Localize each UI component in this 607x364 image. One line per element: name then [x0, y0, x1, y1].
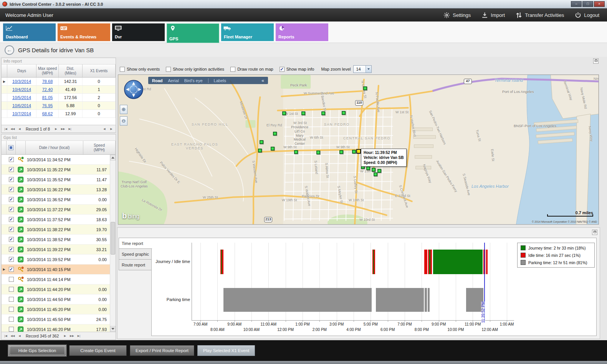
- gps-row-checkbox[interactable]: ✓: [9, 157, 14, 162]
- gps-marker[interactable]: [321, 111, 325, 115]
- selected-gps-marker[interactable]: [356, 149, 361, 154]
- max-speed-link[interactable]: 76.95: [36, 102, 59, 109]
- pager-prev-button[interactable]: ◀: [17, 334, 22, 338]
- info-report-row[interactable]: 10/7/201468.6212.990: [2, 110, 116, 118]
- checkbox[interactable]: [120, 67, 125, 72]
- gps-marker[interactable]: [366, 166, 370, 170]
- gps-marker[interactable]: [260, 140, 263, 144]
- topbar-action-transfer-activities[interactable]: Transfer Activities: [516, 12, 564, 18]
- gps-marker[interactable]: [273, 132, 277, 136]
- gps-row-checkbox[interactable]: ✓: [9, 247, 14, 252]
- pager-next-button[interactable]: ▶: [53, 127, 59, 131]
- create-gps-event-button[interactable]: Create Gps Event: [69, 345, 127, 356]
- gps-row-checkbox[interactable]: ✓: [9, 257, 14, 262]
- max-speed-link[interactable]: 68.62: [36, 110, 59, 117]
- map-panel-maximize-button[interactable]: [593, 58, 599, 64]
- tile-gps[interactable]: GPS: [167, 23, 219, 43]
- gps-row-checkbox[interactable]: ✓: [9, 237, 14, 242]
- gps-marker[interactable]: [352, 150, 356, 154]
- hscroll-left-icon[interactable]: ◀: [102, 127, 107, 131]
- gps-row-checkbox[interactable]: [9, 277, 14, 282]
- chart-panel-maximize-button[interactable]: [592, 230, 597, 235]
- pager-prev-page-button[interactable]: ◀◀: [10, 334, 15, 338]
- gps-row-checkbox[interactable]: ✓: [9, 167, 14, 172]
- info-col-header-1[interactable]: Days: [7, 65, 36, 77]
- hide-gps-selection-button[interactable]: Hide Gps Selection: [8, 345, 66, 356]
- pager-prev-page-button[interactable]: ◀◀: [10, 127, 15, 131]
- gps-marker[interactable]: [372, 168, 375, 172]
- tile-events-reviews[interactable]: Events & Reviews: [58, 23, 110, 41]
- max-speed-link[interactable]: 72.40: [36, 86, 59, 93]
- gps-marker[interactable]: [363, 86, 367, 90]
- day-link[interactable]: 10/4/2014: [7, 86, 36, 93]
- window-maximize-button[interactable]: □: [582, 1, 593, 7]
- info-report-row[interactable]: 10/6/201476.955.880: [2, 102, 116, 110]
- gps-col-date-header[interactable]: Date / hour (local): [26, 141, 83, 154]
- day-link[interactable]: 10/3/2014: [7, 78, 36, 85]
- collapse-map-tabs-icon[interactable]: «: [261, 78, 264, 83]
- pager-next-page-button[interactable]: ▶▶: [69, 334, 74, 338]
- info-col-header-4[interactable]: X1 Events: [83, 65, 116, 77]
- max-speed-link[interactable]: 81.05: [36, 94, 59, 101]
- gps-marker[interactable]: [294, 150, 298, 154]
- gps-list-row[interactable]: 10/3/2014 11:45:50 PM24.75: [2, 314, 110, 324]
- gps-row-checkbox[interactable]: [9, 297, 14, 302]
- option-show-only-ignition-activities[interactable]: Show only ignition activities: [166, 67, 224, 72]
- tile-dvr[interactable]: Dvr: [112, 23, 165, 41]
- pager-next-page-button[interactable]: ▶▶: [60, 127, 66, 131]
- hscroll-right-icon[interactable]: ▶: [109, 127, 114, 131]
- gps-list-row[interactable]: ✓10/3/2014 11:34:52 PM: [2, 155, 110, 165]
- pager-first-button[interactable]: |◀: [3, 334, 8, 338]
- info-report-row[interactable]: ▶10/3/201478.68142.310: [2, 78, 116, 86]
- gps-list-scrollbar[interactable]: [110, 155, 116, 332]
- map-tab-birds-eye[interactable]: Bird's eye: [184, 78, 203, 83]
- info-report-row[interactable]: 10/5/201481.05172.562: [2, 94, 116, 102]
- gps-list-row[interactable]: ✓10/3/2014 11:37:22 PM29.05: [2, 205, 110, 215]
- gps-row-checkbox[interactable]: ✓: [9, 267, 14, 272]
- gps-list-row[interactable]: ✓10/3/2014 11:39:52 PM0.00: [2, 255, 110, 265]
- gps-marker[interactable]: [374, 172, 377, 176]
- info-col-header-3[interactable]: Dist. (Miles): [59, 65, 83, 77]
- window-minimize-button[interactable]: –: [571, 1, 582, 7]
- map-zoom-out-button[interactable]: ⊖: [120, 116, 127, 126]
- checkbox[interactable]: ✓: [280, 67, 284, 72]
- map-tab-aerial[interactable]: Aerial: [168, 78, 179, 83]
- gps-list-row[interactable]: ✓10/3/2014 11:37:52 PM18.63: [2, 215, 110, 225]
- gps-row-checkbox[interactable]: ✓: [9, 177, 14, 182]
- day-link[interactable]: 10/5/2014: [7, 94, 36, 101]
- gps-row-checkbox[interactable]: [9, 327, 14, 332]
- gps-list-row[interactable]: ✓10/3/2014 11:36:22 PM13.28: [2, 185, 110, 195]
- topbar-action-settings[interactable]: Settings: [443, 12, 471, 18]
- gps-row-checkbox[interactable]: ✓: [9, 197, 14, 202]
- gps-list-row[interactable]: ✓10/3/2014 11:36:52 PM0.00: [2, 195, 110, 205]
- gps-row-checkbox[interactable]: ✓: [9, 217, 14, 222]
- window-close-button[interactable]: ×: [594, 1, 605, 7]
- scrollbar-thumb[interactable]: [111, 222, 115, 255]
- gps-row-checkbox[interactable]: ✓: [9, 207, 14, 212]
- gps-marker[interactable]: [301, 111, 305, 115]
- checkbox[interactable]: [166, 67, 171, 72]
- checkbox[interactable]: [230, 67, 235, 72]
- tile-fleet-manager[interactable]: Fleet Manager: [221, 23, 274, 41]
- gps-marker[interactable]: [271, 147, 275, 151]
- max-speed-link[interactable]: 78.68: [36, 78, 59, 85]
- pager-first-button[interactable]: |◀: [3, 127, 8, 131]
- chart-tab-speed-graphic[interactable]: Speed graphic: [119, 248, 152, 260]
- scroll-down-icon[interactable]: [110, 326, 116, 332]
- export-print-route-report-button[interactable]: Export / Print Route Report: [130, 345, 194, 356]
- chart-tab-time-report[interactable]: Time report: [119, 238, 152, 249]
- option-show-map-info[interactable]: ✓Show map info: [280, 67, 314, 72]
- pager-last-button[interactable]: ▶|: [67, 127, 73, 131]
- gps-list-row[interactable]: 10/3/2014 11:45:20 PM0.00: [2, 304, 110, 314]
- gps-list-row[interactable]: 10/3/2014 11:46:20 PM17.93: [2, 324, 110, 332]
- gps-marker[interactable]: [339, 150, 343, 154]
- gps-row-checkbox[interactable]: [9, 307, 14, 312]
- map-zoom-in-button[interactable]: ⊕: [120, 105, 127, 114]
- gps-list-row[interactable]: ✓10/3/2014 11:38:52 PM30.55: [2, 235, 110, 245]
- gps-row-checkbox[interactable]: [9, 287, 14, 292]
- gps-list-row[interactable]: 10/3/2014 11:44:14 PM: [2, 275, 110, 285]
- gps-marker[interactable]: [258, 149, 262, 152]
- gps-list-row[interactable]: ✓10/3/2014 11:39:22 PM33.21: [2, 245, 110, 255]
- gps-list-row[interactable]: 10/3/2014 11:44:20 PM0.00: [2, 285, 110, 295]
- gps-list-row[interactable]: ✓10/3/2014 11:35:22 PM11.97: [2, 165, 110, 175]
